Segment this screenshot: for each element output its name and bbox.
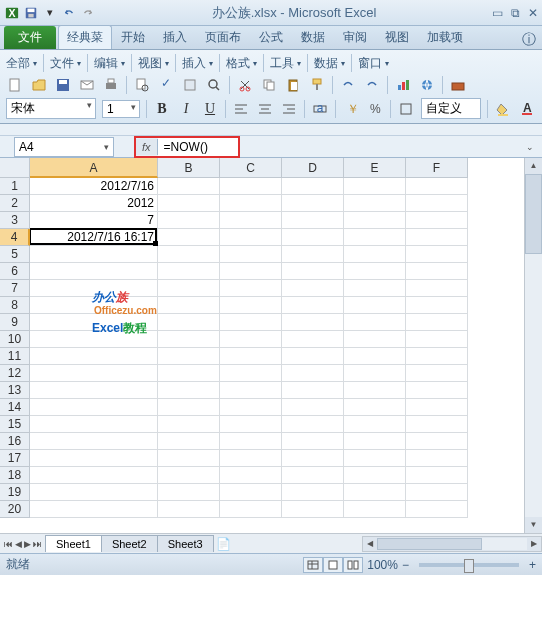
cell-D16[interactable]: [282, 433, 344, 450]
cell-D20[interactable]: [282, 501, 344, 518]
redo2-icon[interactable]: [363, 76, 381, 94]
cell-A16[interactable]: [30, 433, 158, 450]
paste-icon[interactable]: [284, 76, 302, 94]
menu-tool[interactable]: 工具: [270, 55, 301, 72]
cell-C1[interactable]: [220, 178, 282, 195]
sheet-tab-3[interactable]: Sheet3: [157, 535, 214, 552]
page-break-view-icon[interactable]: [343, 557, 363, 573]
maximize-icon[interactable]: ⧉: [511, 6, 520, 20]
cell-D2[interactable]: [282, 195, 344, 212]
tab-view[interactable]: 视图: [376, 25, 418, 49]
cell-A11[interactable]: [30, 348, 158, 365]
horizontal-scrollbar[interactable]: ◀ ▶: [362, 536, 542, 552]
cell-F11[interactable]: [406, 348, 468, 365]
cell-C14[interactable]: [220, 399, 282, 416]
cell-E11[interactable]: [344, 348, 406, 365]
open-icon[interactable]: [30, 76, 48, 94]
tab-start[interactable]: 开始: [112, 25, 154, 49]
underline-button[interactable]: U: [201, 101, 219, 117]
page-layout-view-icon[interactable]: [323, 557, 343, 573]
cell-F17[interactable]: [406, 450, 468, 467]
cell-D5[interactable]: [282, 246, 344, 263]
link-icon[interactable]: [418, 76, 436, 94]
row-header-11[interactable]: 11: [0, 348, 30, 365]
cell-E18[interactable]: [344, 467, 406, 484]
cell-B7[interactable]: [158, 280, 220, 297]
row-header-10[interactable]: 10: [0, 331, 30, 348]
cell-D18[interactable]: [282, 467, 344, 484]
cell-D6[interactable]: [282, 263, 344, 280]
cell-B16[interactable]: [158, 433, 220, 450]
row-header-5[interactable]: 5: [0, 246, 30, 263]
tab-insert[interactable]: 插入: [154, 25, 196, 49]
cell-E10[interactable]: [344, 331, 406, 348]
zoom-in-icon[interactable]: +: [529, 558, 536, 572]
cell-D14[interactable]: [282, 399, 344, 416]
expand-formula-icon[interactable]: ⌄: [522, 142, 538, 152]
redo-icon[interactable]: [80, 5, 96, 21]
hscroll-thumb[interactable]: [377, 538, 482, 550]
cell-C16[interactable]: [220, 433, 282, 450]
sheet-tab-1[interactable]: Sheet1: [45, 535, 102, 552]
cell-D10[interactable]: [282, 331, 344, 348]
row-header-3[interactable]: 3: [0, 212, 30, 229]
row-header-18[interactable]: 18: [0, 467, 30, 484]
cell-C9[interactable]: [220, 314, 282, 331]
tab-review[interactable]: 审阅: [334, 25, 376, 49]
cell-F13[interactable]: [406, 382, 468, 399]
row-header-1[interactable]: 1: [0, 178, 30, 195]
close-icon[interactable]: ✕: [528, 6, 538, 20]
tab-classic[interactable]: 经典菜: [58, 25, 112, 49]
cell-C6[interactable]: [220, 263, 282, 280]
cell-B1[interactable]: [158, 178, 220, 195]
row-header-13[interactable]: 13: [0, 382, 30, 399]
size-selector[interactable]: 1: [102, 100, 140, 118]
cell-A15[interactable]: [30, 416, 158, 433]
cell-B5[interactable]: [158, 246, 220, 263]
minimize-icon[interactable]: ▭: [492, 6, 503, 20]
menu-format[interactable]: 格式: [226, 55, 257, 72]
cell-D17[interactable]: [282, 450, 344, 467]
row-header-17[interactable]: 17: [0, 450, 30, 467]
cell-E16[interactable]: [344, 433, 406, 450]
preview-icon[interactable]: [133, 76, 151, 94]
cell-F8[interactable]: [406, 297, 468, 314]
cell-C19[interactable]: [220, 484, 282, 501]
cell-F7[interactable]: [406, 280, 468, 297]
cell-A2[interactable]: 2012: [30, 195, 158, 212]
cell-F16[interactable]: [406, 433, 468, 450]
cell-D19[interactable]: [282, 484, 344, 501]
normal-view-icon[interactable]: [303, 557, 323, 573]
fill-color-icon[interactable]: [494, 100, 512, 118]
italic-button[interactable]: I: [177, 101, 195, 117]
col-header-A[interactable]: A: [30, 158, 158, 178]
row-header-4[interactable]: 4: [0, 229, 30, 246]
menu-data[interactable]: 数据: [314, 55, 345, 72]
row-header-7[interactable]: 7: [0, 280, 30, 297]
cell-C2[interactable]: [220, 195, 282, 212]
currency-icon[interactable]: ￥: [342, 100, 360, 118]
menu-insert[interactable]: 插入: [182, 55, 213, 72]
cell-C20[interactable]: [220, 501, 282, 518]
find-icon[interactable]: [205, 76, 223, 94]
cell-B9[interactable]: [158, 314, 220, 331]
cell-E2[interactable]: [344, 195, 406, 212]
cell-E7[interactable]: [344, 280, 406, 297]
row-header-8[interactable]: 8: [0, 297, 30, 314]
align-left-icon[interactable]: [232, 100, 250, 118]
cell-A14[interactable]: [30, 399, 158, 416]
qat-dropdown-icon[interactable]: ▾: [42, 5, 58, 21]
cell-D11[interactable]: [282, 348, 344, 365]
scroll-left-icon[interactable]: ◀: [363, 539, 377, 548]
merge-icon[interactable]: a: [311, 100, 329, 118]
cell-A3[interactable]: 7: [30, 212, 158, 229]
cell-A6[interactable]: [30, 263, 158, 280]
row-header-6[interactable]: 6: [0, 263, 30, 280]
cell-E1[interactable]: [344, 178, 406, 195]
vertical-scrollbar[interactable]: ▲ ▼: [524, 158, 542, 533]
cell-E8[interactable]: [344, 297, 406, 314]
help-icon[interactable]: ⓘ: [522, 31, 536, 49]
research-icon[interactable]: [181, 76, 199, 94]
new-sheet-icon[interactable]: 📄: [216, 537, 231, 551]
font-selector[interactable]: 宋体: [6, 98, 96, 119]
